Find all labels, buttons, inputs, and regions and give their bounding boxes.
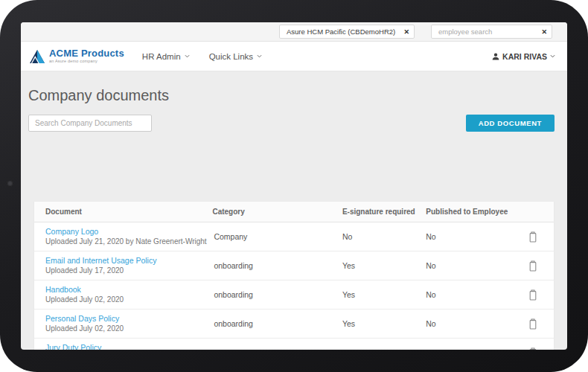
cell-category: onboarding (212, 290, 342, 299)
person-icon (492, 53, 499, 60)
logo-name: ACME Products (49, 48, 124, 58)
document-uploaded: Uploaded July 21, 2020 by Nate Greenert-… (45, 237, 212, 247)
document-uploaded: Uploaded July 02, 2020 (45, 324, 212, 334)
documents-table: Document Category E-signature required P… (33, 201, 555, 350)
cell-category: onboarding (212, 319, 342, 328)
column-header-published: Published to Employee (426, 208, 525, 216)
add-document-button[interactable]: ADD DOCUMENT (466, 115, 555, 132)
company-context-selector[interactable]: Asure HCM Pacific (CBDemoHR2) ✕ (279, 25, 415, 39)
toolbar: ADD DOCUMENT (21, 115, 567, 132)
triangle-logo-icon (29, 49, 45, 64)
trash-icon (528, 289, 537, 301)
cell-published: No (426, 319, 525, 328)
screen: Asure HCM Pacific (CBDemoHR2) ✕ employee… (21, 22, 567, 350)
document-uploaded: Uploaded July 02, 2020 (45, 295, 212, 305)
document-link[interactable]: Company Logo (45, 226, 212, 237)
document-link[interactable]: Email and Internet Usage Policy (45, 255, 212, 266)
chevron-down-icon (185, 54, 190, 58)
delete-document-button[interactable] (525, 288, 540, 302)
company-context-value: Asure HCM Pacific (CBDemoHR2) (287, 28, 397, 36)
user-name: KARI RIVAS (502, 52, 547, 61)
delete-document-button[interactable] (525, 259, 540, 273)
cell-published: No (426, 232, 525, 241)
clear-icon[interactable]: ✕ (403, 28, 409, 36)
employee-search-input[interactable]: employee search ✕ (431, 25, 552, 39)
delete-document-button[interactable] (525, 346, 540, 350)
user-menu[interactable]: KARI RIVAS (492, 52, 555, 61)
cell-esignature: Yes (342, 348, 426, 350)
trash-icon (528, 318, 537, 330)
nav-item-label: Quick Links (209, 52, 253, 61)
table-body: Company Logo Uploaded July 21, 2020 by N… (34, 222, 554, 350)
cell-published: No (426, 261, 525, 270)
table-row: Handbook Uploaded July 02, 2020 onboardi… (34, 280, 554, 310)
cell-category: onboarding (212, 348, 342, 350)
document-search-input[interactable] (28, 115, 152, 132)
table-header-row: Document Category E-signature required P… (34, 202, 554, 222)
cell-published: No (426, 290, 525, 299)
nav-header: ACME Products an Asure demo company HR A… (21, 42, 567, 71)
document-link[interactable]: Handbook (45, 284, 212, 295)
table-row: Email and Internet Usage Policy Uploaded… (34, 251, 554, 280)
nav-item-hr-admin[interactable]: HR Admin (142, 52, 190, 61)
cell-esignature: Yes (342, 319, 426, 328)
table-row: Personal Days Policy Uploaded July 02, 2… (34, 310, 554, 339)
delete-document-button[interactable] (525, 230, 540, 244)
document-uploaded: Uploaded July 17, 2020 (45, 266, 212, 276)
column-header-esignature: E-signature required (342, 208, 426, 216)
nav-item-label: HR Admin (142, 52, 181, 61)
trash-icon (528, 260, 537, 272)
cell-esignature: No (342, 232, 426, 241)
chevron-down-icon (257, 54, 262, 58)
table-row: Jury Duty Policy Uploaded July 02, 2020 … (34, 339, 554, 350)
page-title: Company documents (28, 87, 567, 104)
document-link[interactable]: Jury Duty Policy (45, 342, 212, 350)
trash-icon (528, 231, 537, 243)
camera-icon (7, 180, 13, 187)
column-header-document: Document (34, 208, 212, 216)
table-row: Company Logo Uploaded July 21, 2020 by N… (34, 222, 554, 251)
cell-esignature: Yes (342, 290, 426, 299)
page-content: Company documents ADD DOCUMENT Document … (21, 87, 567, 132)
employee-search-placeholder: employee search (438, 28, 535, 36)
cell-category: Company (212, 232, 342, 241)
trash-icon (528, 347, 537, 350)
clear-icon[interactable]: ✕ (541, 28, 547, 36)
cell-esignature: Yes (342, 261, 426, 270)
document-link[interactable]: Personal Days Policy (45, 313, 212, 324)
logo-tagline: an Asure demo company (49, 60, 124, 64)
nav-item-quick-links[interactable]: Quick Links (209, 52, 262, 61)
logo[interactable]: ACME Products an Asure demo company (29, 48, 124, 64)
main-nav: HR Admin Quick Links (142, 52, 262, 61)
tablet-frame: Asure HCM Pacific (CBDemoHR2) ✕ employee… (0, 0, 588, 372)
cell-published: No (426, 348, 525, 350)
chevron-down-icon (550, 54, 555, 58)
cell-category: onboarding (212, 261, 342, 270)
delete-document-button[interactable] (525, 317, 540, 331)
top-bar: Asure HCM Pacific (CBDemoHR2) ✕ employee… (21, 22, 567, 42)
column-header-category: Category (212, 208, 342, 216)
